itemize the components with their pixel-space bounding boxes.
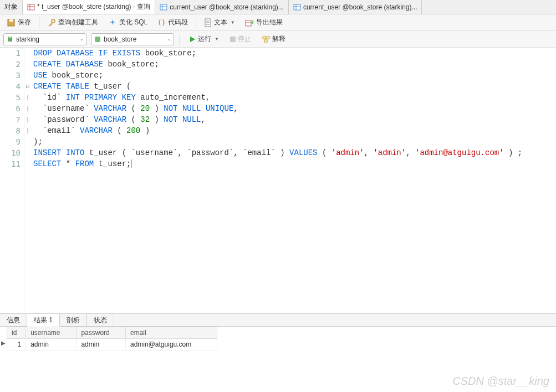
chevron-down-icon: ▼ — [215, 37, 219, 42]
svg-rect-18 — [8, 38, 12, 42]
svg-rect-16 — [246, 20, 251, 26]
plug-icon — [6, 35, 14, 43]
svg-rect-6 — [294, 4, 300, 10]
connection-toolbar: starking ⌄ book_store ⌄ 运行 ▼ 停止 解释 — [0, 31, 556, 48]
line-gutter: 1234567891011 — [0, 48, 24, 313]
beautify-sql-button[interactable]: 美化 SQL — [105, 17, 151, 28]
table-row[interactable]: 1adminadminadmin@atguigu.com — [7, 339, 217, 350]
result-panel: ▶ idusernamepasswordemail 1adminadminadm… — [0, 327, 556, 350]
col-username[interactable]: username — [26, 327, 76, 339]
save-icon — [7, 18, 16, 27]
row-indicator: ▶ — [0, 327, 7, 346]
stop-icon — [230, 37, 236, 42]
svg-rect-25 — [264, 40, 267, 42]
export-button[interactable]: 导出结果 — [242, 17, 286, 28]
sql-editor[interactable]: 1234567891011 ⊟|||| DROP DATABASE IF EXI… — [0, 48, 556, 313]
tab-query-0[interactable]: * t_user @book_store (starking) - 查询 — [23, 0, 155, 14]
stop-button[interactable]: 停止 — [227, 33, 254, 45]
tools-icon — [47, 18, 56, 27]
chevron-down-icon: ▼ — [231, 20, 235, 25]
tab-profile[interactable]: 剖析 — [60, 314, 87, 326]
watermark: CSDN @star__king — [452, 375, 549, 388]
tab-info[interactable]: 信息 — [0, 314, 27, 326]
col-email[interactable]: email — [126, 327, 217, 339]
svg-rect-22 — [230, 37, 236, 42]
fold-column: ⊟|||| — [24, 48, 31, 313]
snippet-button[interactable]: () 代码段 — [154, 17, 191, 28]
result-tabs: 信息 结果 1 剖析 状态 — [0, 313, 556, 327]
svg-rect-24 — [267, 37, 269, 39]
separator — [196, 17, 196, 28]
database-icon — [94, 35, 101, 43]
table-icon — [160, 3, 167, 11]
table-icon — [27, 3, 35, 11]
tab-query-1[interactable]: current_user @book_store (starking)... — [155, 0, 289, 14]
query-builder-button[interactable]: 查询创建工具 — [44, 17, 101, 28]
svg-rect-10 — [9, 19, 13, 22]
code-area[interactable]: DROP DATABASE IF EXISTS book_store;CREAT… — [31, 48, 556, 313]
tab-status[interactable]: 状态 — [87, 314, 114, 326]
database-select[interactable]: book_store ⌄ — [91, 33, 174, 45]
sparkle-icon — [108, 18, 117, 27]
save-button[interactable]: 保存 — [3, 17, 34, 28]
svg-rect-23 — [263, 37, 266, 39]
table-icon — [293, 3, 301, 11]
tab-objects[interactable]: 对象 — [0, 0, 23, 14]
export-icon — [245, 19, 254, 27]
tab-query-2[interactable]: current_user @book_store (starking)... — [289, 0, 422, 14]
svg-rect-3 — [160, 4, 167, 10]
explain-icon — [262, 36, 270, 43]
text-button[interactable]: 文本 ▼ — [201, 17, 238, 28]
tab-result-1[interactable]: 结果 1 — [27, 314, 60, 327]
code-icon: () — [157, 19, 165, 27]
svg-point-11 — [52, 19, 55, 23]
separator — [180, 34, 180, 45]
document-tabs: 对象 * t_user @book_store (starking) - 查询 … — [0, 0, 556, 14]
explain-button[interactable]: 解释 — [259, 33, 289, 45]
document-icon — [204, 18, 212, 27]
col-id[interactable]: id — [7, 327, 26, 339]
chevron-down-icon: ⌄ — [167, 37, 171, 42]
run-button[interactable]: 运行 ▼ — [186, 33, 222, 45]
col-password[interactable]: password — [76, 327, 126, 339]
result-table[interactable]: idusernamepasswordemail 1adminadminadmin… — [7, 327, 217, 350]
connection-select[interactable]: starking ⌄ — [3, 33, 86, 45]
main-toolbar: 保存 查询创建工具 美化 SQL () 代码段 文本 ▼ 导出结果 — [0, 14, 556, 31]
separator — [39, 17, 39, 28]
chevron-down-icon: ⌄ — [80, 37, 84, 42]
play-icon — [189, 36, 196, 43]
svg-rect-0 — [28, 4, 34, 10]
